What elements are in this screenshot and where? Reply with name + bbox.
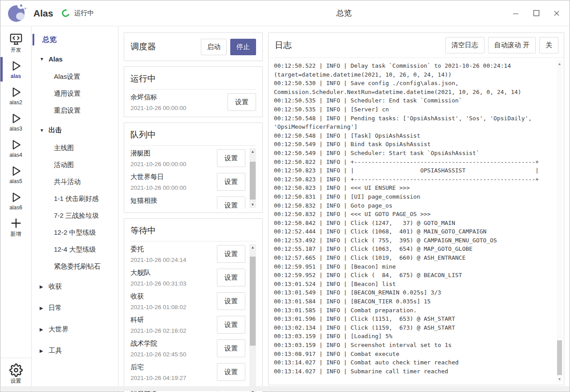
autoscroll-on-button[interactable]: 自动滚动 开	[488, 37, 536, 53]
waiting-scrollbar[interactable]: ▲ ▼	[249, 244, 256, 392]
waiting-card: 等待中 委托2021-10-26 00:24:14设置大舰队2021-10-26…	[124, 218, 263, 392]
task-setting-button[interactable]: 设置	[217, 292, 245, 310]
task-next-run-time: 2021-10-26 00:00:00	[130, 184, 186, 191]
sidebar-item-2-5[interactable]: 12-2 中型练级	[32, 224, 118, 241]
window-controls	[507, 6, 570, 21]
pending-card-title: 队列中	[130, 128, 256, 145]
rail-item-label: 设置	[11, 377, 21, 385]
sidebar-item-label: 主线图	[54, 144, 74, 152]
sidebar-group-1[interactable]: ▼Alas	[32, 49, 118, 68]
rail-item-settings[interactable]: 设置	[0, 361, 31, 387]
pending-scrollbar[interactable]: ▲ ▼	[249, 148, 256, 208]
task-row: 科研2021-10-26 02:16:02设置	[130, 312, 245, 336]
scrollbar-thumb[interactable]	[250, 162, 256, 200]
task-info: 潜艇图2021-10-26 00:00:00	[130, 149, 186, 167]
sidebar-item-2-0[interactable]: 主线图	[32, 139, 118, 156]
plus-icon	[9, 216, 23, 230]
clear-log-button[interactable]: 清空日志	[445, 37, 484, 53]
sidebar-item-1-2[interactable]: 重启设置	[32, 102, 118, 119]
task-setting-button[interactable]: 设置	[217, 245, 245, 263]
log-line: 00:12:50.535 | INFO | [Server] cn	[274, 105, 554, 114]
scroll-down-icon[interactable]: ▼	[557, 376, 562, 382]
sidebar-group-2[interactable]: ▼出击	[32, 121, 118, 139]
rail-item-alas[interactable]: alas	[0, 56, 31, 82]
task-row: 委托2021-10-26 00:24:14设置	[130, 241, 245, 265]
scroll-up-icon[interactable]: ▲	[249, 244, 256, 251]
log-line: 00:13:08.917 | INFO | Combat execute	[274, 350, 554, 359]
log-line: 00:12:53.492 | INFO | Click ( 755, 395) …	[274, 236, 554, 245]
scheduler-stop-button[interactable]: 停止	[230, 39, 256, 55]
log-line: 00:12:50.823 | INFO | +-----------------…	[274, 175, 554, 184]
scrollbar-thumb[interactable]	[250, 257, 256, 346]
minimize-button[interactable]	[507, 6, 524, 21]
task-next-run-time: 2021-10-26 00:00:00	[130, 105, 186, 111]
sidebar-group-6[interactable]: ▶工具	[32, 341, 118, 360]
rail-item-alas5[interactable]: alas5	[0, 161, 31, 188]
scrollbar-thumb[interactable]	[557, 340, 562, 375]
scheduler-start-button[interactable]: 启动	[201, 39, 227, 55]
maximize-button[interactable]	[528, 6, 545, 21]
task-name: 后宅	[130, 363, 186, 372]
log-title: 日志	[275, 40, 292, 51]
caret-down-icon: ▼	[40, 128, 49, 133]
log-line: 00:12:50.823 | INFO | <<< UI ENSURE >>>	[274, 184, 554, 192]
sidebar-item-1-1[interactable]: 通用设置	[32, 85, 118, 102]
sidebar-item-2-4[interactable]: 7-2 三战捡垃圾	[32, 207, 118, 224]
sidebar-item-overview[interactable]: 总览	[32, 32, 118, 48]
rail-item-label: alas4	[9, 152, 22, 158]
sidebar-item-2-7[interactable]: 紧急委托刷钻石	[32, 258, 118, 275]
task-setting-button[interactable]: 设置	[217, 269, 245, 286]
close-icon	[554, 10, 560, 16]
task-row: 短猫相接2021-10-26 00:00:00设置	[130, 193, 245, 209]
rail-item-label: alas3	[9, 126, 22, 132]
autoscroll-off-button[interactable]: 关	[539, 37, 558, 53]
waiting-card-title: 等待中	[130, 224, 256, 241]
task-name: 大世界每日	[130, 173, 186, 181]
task-setting-button[interactable]: 设置	[217, 363, 245, 381]
log-line: 00:13:14.027 | INFO | Submarine call tim…	[274, 367, 554, 376]
log-line: 00:12:50.832 | INFO | <<< UI GOTO PAGE_O…	[274, 210, 554, 219]
sidebar-item-2-6[interactable]: 12-4 大型练级	[32, 241, 118, 258]
horizontal-scrollbar-track[interactable]	[1, 386, 569, 391]
close-button[interactable]	[548, 6, 565, 21]
task-setting-button[interactable]: 设置	[217, 316, 245, 334]
log-line: 00:13:01.596 | INFO | Click (1151, 653) …	[274, 314, 554, 323]
play-icon	[9, 191, 23, 204]
task-next-run-time: 2021-10-26 00:24:14	[130, 257, 186, 263]
sidebar-item-2-3[interactable]: 1-1 伏击刷好感	[32, 190, 118, 207]
sidebar-group-5[interactable]: ▶大世界	[32, 319, 118, 339]
rail-item-label: alas5	[9, 178, 22, 184]
rail-item-dev[interactable]: 开发	[0, 30, 31, 56]
task-setting-button[interactable]: 设置	[217, 173, 245, 191]
sidebar-group-3[interactable]: ▶收获	[32, 277, 118, 296]
log-line: 00:12:50.822 | INFO | +-----------------…	[274, 158, 554, 167]
sidebar-group-label: 工具	[49, 347, 62, 355]
sidebar-item-label: 重启设置	[54, 106, 81, 115]
scroll-up-icon[interactable]: ▲	[249, 148, 256, 155]
page-title: 总览	[118, 8, 570, 18]
play-icon	[9, 138, 23, 151]
sidebar-item-label: 共斗活动	[54, 178, 81, 186]
task-setting-button[interactable]: 设置	[228, 93, 256, 111]
rail-item-alas4[interactable]: alas4	[0, 135, 31, 161]
sidebar-item-2-1[interactable]: 活动图	[32, 156, 118, 173]
rail-item-add[interactable]: 新增	[0, 214, 31, 240]
log-line: 'OpsiMeowfficerFarming']	[274, 122, 554, 131]
task-setting-button[interactable]: 设置	[217, 339, 245, 357]
scroll-down-icon[interactable]: ▼	[249, 201, 256, 208]
rail-item-alas3[interactable]: alas3	[0, 109, 31, 135]
task-setting-button[interactable]: 设置	[217, 196, 245, 209]
task-info: 收获2021-10-26 01:08:02	[130, 292, 186, 310]
log-line: 00:13:02.134 | INFO | Click (1159, 673) …	[274, 323, 554, 332]
log-line: 00:12:50.548 | INFO | Pending tasks: ['O…	[274, 114, 554, 123]
log-scrollbar[interactable]: ▲ ▼	[557, 61, 562, 382]
task-setting-button[interactable]: 设置	[217, 149, 245, 167]
rail-item-alas2[interactable]: alas2	[0, 82, 31, 109]
task-info: 大舰队2021-10-26 00:31:03	[130, 269, 186, 287]
sidebar-item-1-0[interactable]: Alas设置	[32, 68, 118, 85]
rail-item-alas6[interactable]: alas6	[0, 188, 31, 214]
sidebar-group-4[interactable]: ▶日常	[32, 298, 118, 318]
scroll-up-icon[interactable]: ▲	[557, 61, 562, 67]
sidebar-item-2-2[interactable]: 共斗活动	[32, 173, 118, 190]
task-row: 大舰队2021-10-26 00:31:03设置	[130, 265, 245, 289]
